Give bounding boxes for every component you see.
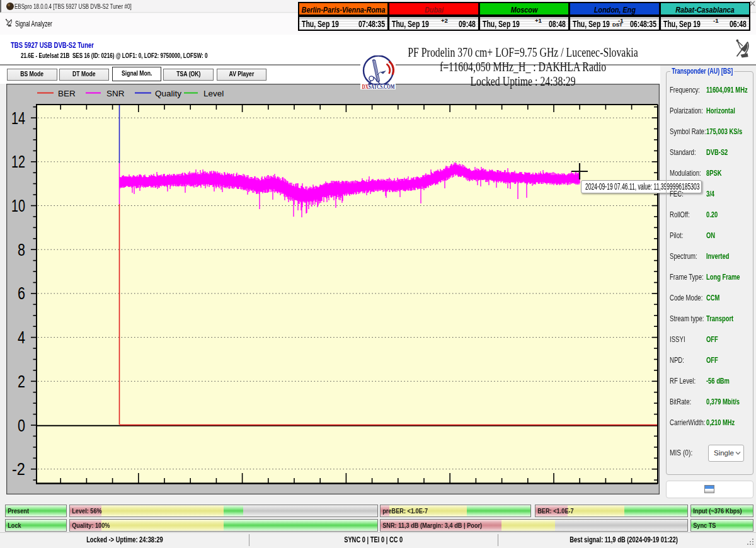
svg-text:8: 8 <box>18 241 25 260</box>
svg-text:DXSATCS.COM: DXSATCS.COM <box>362 83 395 90</box>
svg-text:Quality: Quality <box>155 89 181 98</box>
svg-text:Level: Level <box>203 89 224 98</box>
svg-text:10: 10 <box>11 197 25 215</box>
svg-text:14: 14 <box>11 109 25 128</box>
svg-text:SNR: SNR <box>106 89 125 98</box>
svg-text:4: 4 <box>18 328 25 347</box>
svg-text:12: 12 <box>11 152 25 171</box>
svg-text:BER: BER <box>58 89 76 98</box>
svg-text:6: 6 <box>18 284 25 303</box>
svg-text:0: 0 <box>18 416 25 435</box>
svg-text:2: 2 <box>18 372 25 391</box>
svg-text:-2: -2 <box>12 460 25 479</box>
